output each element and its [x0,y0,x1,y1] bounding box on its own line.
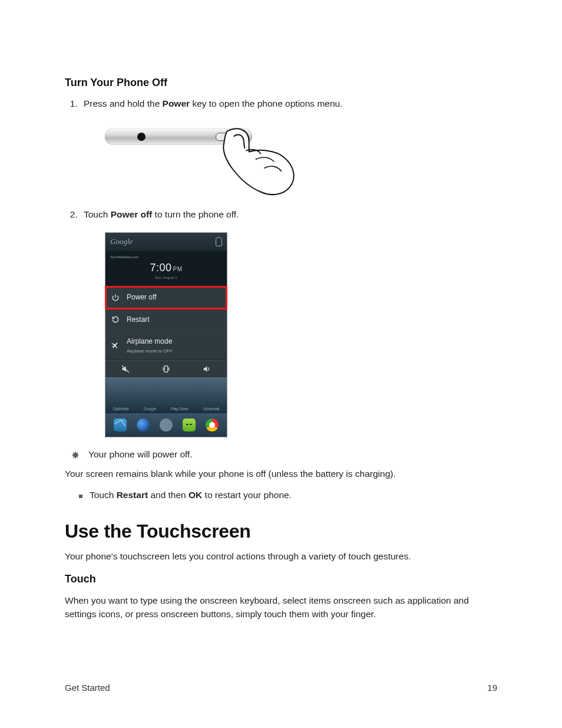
step-1-bold: Power [163,98,190,108]
menu-restart-label: Restart [127,315,150,325]
vibrate-icon[interactable] [161,364,171,374]
airplane-icon [111,341,120,350]
step-2-bold: Power off [111,209,153,219]
menu-airplane-label: Airplane mode Airplane mode is OFF [127,337,173,354]
touchscreen-intro: Your phone's touchscreen lets you contro… [65,549,497,563]
rb-a: Touch [90,490,117,500]
step-2: Touch Power off to turn the phone off. G… [80,208,497,437]
figure-power-key [105,121,497,197]
google-logo: Google [110,236,133,248]
power-menu: Power off Restart [105,286,227,377]
clock-time: 7:00PM [105,260,227,275]
menu-power-off-label: Power off [127,292,156,302]
dock-messaging-icon[interactable] [183,419,196,431]
phone-screenshot: Google AccuWeather.com 7:00PM Sun, Augus… [105,232,227,437]
dock-chrome-icon[interactable] [206,419,219,431]
phone-top-illustration [105,121,305,197]
power-icon [111,294,120,302]
heading-turn-phone-off: Turn Your Phone Off [65,77,497,89]
page-footer: Get Started 19 [65,683,497,693]
rb-c: and then [148,490,189,500]
square-bullet-icon [79,495,82,498]
mute-icon[interactable] [121,364,130,374]
note-bullet-icon [71,450,80,460]
rb-d: OK [189,490,202,500]
result-note-text: Your phone will power off. [88,449,193,460]
step-1-text-a: Press and hold the [84,98,163,108]
menu-restart[interactable]: Restart [105,309,227,331]
app-label-4: Voicemail [203,406,220,411]
app-label-1: Optimizer [113,406,129,411]
heading-touch: Touch [65,573,497,585]
touch-description: When you want to type using the onscreen… [65,594,497,621]
pointing-hand-icon [217,127,305,197]
footer-page-number: 19 [487,683,497,693]
blank-screen-note: Your screen remains blank while your pho… [65,467,497,480]
restart-bullet-text: Touch Restart and then OK to restart you… [90,490,292,500]
heading-use-touchscreen: Use the Touchscreen [65,521,497,542]
dock-phone-icon[interactable] [114,419,127,431]
search-bar: Google [105,233,227,251]
sound-icon[interactable] [202,364,211,374]
steps-list: Press and hold the Power key to open the… [65,97,497,437]
restart-bullet: Touch Restart and then OK to restart you… [79,490,497,500]
footer-section: Get Started [65,683,110,693]
app-label-2: Google [144,406,156,411]
airplane-title: Airplane mode [127,337,172,345]
clock-widget: AccuWeather.com 7:00PM Sun, August 1 [105,251,227,286]
menu-power-off[interactable]: Power off [105,286,227,308]
microphone-icon [216,237,222,246]
step-2-text-c: to turn the phone off. [152,209,239,219]
clock-date: Sun, August 1 [105,275,227,281]
time-period: PM [173,266,183,272]
time-value: 7:00 [150,262,171,274]
svg-rect-1 [164,366,167,373]
dock-apps-icon[interactable] [160,419,173,431]
step-1: Press and hold the Power key to open the… [80,97,497,197]
menu-airplane[interactable]: Airplane mode Airplane mode is OFF [105,331,227,360]
menu-bottom-row [105,360,227,377]
step-2-text-a: Touch [84,209,111,219]
restart-icon [111,315,120,324]
weather-provider: AccuWeather.com [105,255,227,260]
app-label-3: Play Store [171,406,189,411]
dock [105,413,227,437]
home-wallpaper: Optimizer Google Play Store Voicemail [105,377,227,413]
airplane-subtitle: Airplane mode is OFF [127,348,173,355]
rb-e: to restart your phone. [202,490,292,500]
rb-b: Restart [117,490,148,500]
step-1-text-c: key to open the phone options menu. [190,98,342,108]
result-note: Your phone will power off. [71,449,497,460]
figure-power-menu: Google AccuWeather.com 7:00PM Sun, Augus… [105,232,497,437]
page: Turn Your Phone Off Press and hold the P… [0,0,562,728]
dock-browser-icon[interactable] [137,419,150,431]
